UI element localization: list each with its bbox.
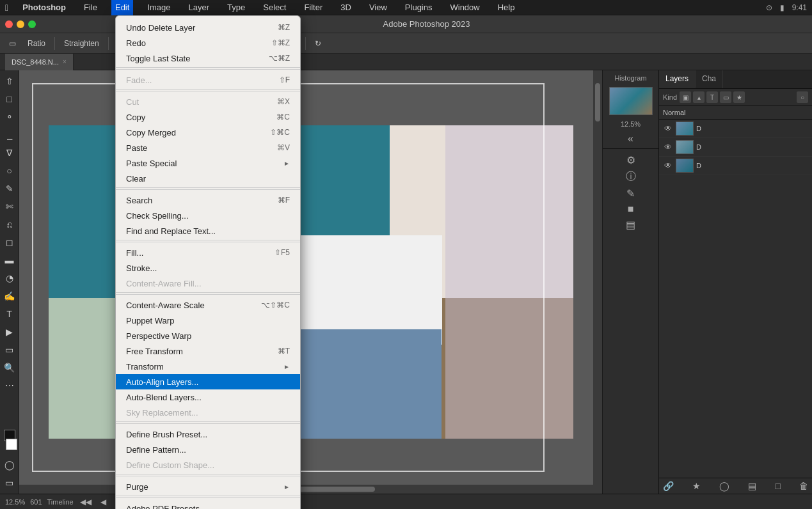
menu-define-brush[interactable]: Define Brush Preset... bbox=[116, 427, 300, 442]
menu-copy[interactable]: Copy ⌘C bbox=[116, 109, 300, 125]
eyedropper-tool[interactable]: ∇ bbox=[1, 145, 18, 161]
menu-stroke[interactable]: Stroke... bbox=[116, 260, 300, 276]
menu-free-transform[interactable]: Free Transform ⌘T bbox=[116, 343, 300, 359]
menu-clear[interactable]: Clear bbox=[116, 171, 300, 186]
pen-tool[interactable]: ✍ bbox=[1, 288, 18, 304]
eraser-tool[interactable]: ◻ bbox=[1, 234, 18, 251]
menu-toggle-state[interactable]: Toggle Last State ⌥⌘Z bbox=[116, 51, 300, 66]
menu-paste[interactable]: Paste ⌘V bbox=[116, 140, 300, 155]
layer-vis-2[interactable]: 👁 bbox=[663, 161, 673, 171]
brush-settings-icon[interactable]: ✎ bbox=[626, 187, 635, 200]
close-button[interactable] bbox=[5, 20, 13, 28]
filter-smart-btn[interactable]: ★ bbox=[733, 91, 745, 103]
gradient-tool[interactable]: ▬ bbox=[1, 252, 18, 269]
layer-vis-0[interactable]: 👁 bbox=[663, 123, 673, 134]
mask-btn[interactable]: ◯ bbox=[1, 457, 18, 473]
info-icon[interactable]: ⓘ bbox=[626, 170, 636, 184]
menu-puppet-warp[interactable]: Puppet Warp bbox=[116, 313, 300, 328]
menu-pdf-presets[interactable]: Adobe PDF Presets... bbox=[116, 501, 300, 509]
swatches-icon[interactable]: ■ bbox=[628, 203, 634, 215]
shape-tool[interactable]: ▭ bbox=[1, 341, 18, 358]
move-tool[interactable]: ⇧ bbox=[1, 73, 18, 90]
app-name[interactable]: Photoshop bbox=[19, 0, 70, 15]
layer-row-1[interactable]: 👁 D bbox=[659, 138, 812, 157]
menu-window[interactable]: Window bbox=[446, 0, 483, 15]
menu-find-replace[interactable]: Find and Replace Text... bbox=[116, 223, 300, 239]
menu-transform[interactable]: Transform ► bbox=[116, 359, 300, 374]
ratio-btn[interactable]: Ratio bbox=[24, 36, 49, 51]
apple-menu[interactable]:  bbox=[5, 3, 8, 13]
menu-auto-blend[interactable]: Auto-Blend Layers... bbox=[116, 389, 300, 405]
v-scrollbar-thumb[interactable] bbox=[595, 83, 600, 121]
timeline-back-btn[interactable]: ◀ bbox=[98, 497, 109, 506]
screen-mode-btn[interactable]: ▭ bbox=[1, 474, 18, 491]
add-style-btn[interactable]: ★ bbox=[692, 481, 701, 491]
lasso-tool[interactable]: ⚬ bbox=[1, 109, 18, 125]
collapse-panel-btn[interactable]: « bbox=[628, 133, 633, 145]
channels-tab[interactable]: Cha bbox=[696, 70, 723, 88]
menu-paste-special[interactable]: Paste Special ► bbox=[116, 155, 300, 171]
delete-layer-btn[interactable]: 🗑 bbox=[799, 481, 808, 491]
menu-undo[interactable]: Undo Delete Layer ⌘Z bbox=[116, 20, 300, 35]
history-brush[interactable]: ⎌ bbox=[1, 216, 18, 233]
layer-blend-mode[interactable]: Normal bbox=[659, 106, 812, 120]
menu-help[interactable]: Help bbox=[494, 0, 519, 15]
vertical-scrollbar[interactable] bbox=[593, 70, 602, 485]
text-tool[interactable]: T bbox=[1, 306, 18, 322]
menu-select[interactable]: Select bbox=[259, 0, 290, 15]
menu-plugins[interactable]: Plugins bbox=[401, 0, 436, 15]
filter-toggle-btn[interactable]: ○ bbox=[797, 91, 808, 103]
menu-perspective-warp[interactable]: Perspective Warp bbox=[116, 328, 300, 343]
menu-define-pattern[interactable]: Define Pattern... bbox=[116, 442, 300, 457]
layer-row-2[interactable]: 👁 D bbox=[659, 157, 812, 175]
menu-view[interactable]: View bbox=[365, 0, 391, 15]
edit-dropdown-menu[interactable]: Undo Delete Layer ⌘Z Redo ⇧⌘Z Toggle Las… bbox=[115, 15, 301, 509]
layers-tab[interactable]: Layers bbox=[659, 70, 696, 88]
menu-image[interactable]: Image bbox=[143, 0, 174, 15]
background-color[interactable] bbox=[6, 439, 17, 450]
menu-redo[interactable]: Redo ⇧⌘Z bbox=[116, 35, 300, 51]
path-selection-tool[interactable]: ▶ bbox=[1, 324, 18, 340]
menu-edit[interactable]: Edit bbox=[111, 0, 133, 15]
straighten-btn[interactable]: Straighten bbox=[60, 36, 103, 51]
filter-adj-btn[interactable]: ▴ bbox=[693, 91, 705, 103]
timeline-prev-btn[interactable]: ◀◀ bbox=[77, 497, 94, 506]
menu-layer[interactable]: Layer bbox=[185, 0, 214, 15]
doc-tab[interactable]: DSC_8448.N... × bbox=[5, 54, 74, 70]
patterns-icon[interactable]: ▤ bbox=[626, 219, 635, 231]
menu-type[interactable]: Type bbox=[223, 0, 249, 15]
new-layer-btn[interactable]: □ bbox=[775, 481, 780, 491]
crop-tool-btn[interactable]: ▭ bbox=[5, 36, 20, 51]
filter-shape-btn[interactable]: ▭ bbox=[720, 91, 731, 103]
menu-copy-merged[interactable]: Copy Merged ⇧⌘C bbox=[116, 125, 300, 140]
layer-row-0[interactable]: 👁 D bbox=[659, 120, 812, 138]
layer-vis-1[interactable]: 👁 bbox=[663, 142, 673, 152]
extra-tools[interactable]: ⋯ bbox=[1, 377, 18, 394]
menu-ca-scale[interactable]: Content-Aware Scale ⌥⇧⌘C bbox=[116, 297, 300, 313]
filter-type-btn[interactable]: T bbox=[706, 91, 718, 103]
clone-tool[interactable]: ✄ bbox=[1, 198, 18, 215]
menu-file[interactable]: File bbox=[80, 0, 101, 15]
healing-tool[interactable]: ○ bbox=[1, 162, 18, 179]
menu-check-spelling[interactable]: Check Spelling... bbox=[116, 208, 300, 223]
new-group-btn[interactable]: ▤ bbox=[748, 481, 756, 491]
brush-tool[interactable]: ✎ bbox=[1, 180, 18, 197]
tab-close-icon[interactable]: × bbox=[63, 58, 67, 65]
menu-search[interactable]: Search ⌘F bbox=[116, 192, 300, 208]
maximize-button[interactable] bbox=[28, 20, 36, 28]
selection-tool[interactable]: □ bbox=[1, 91, 18, 107]
link-layers-btn[interactable]: 🔗 bbox=[663, 481, 674, 491]
menu-purge[interactable]: Purge ► bbox=[116, 479, 300, 494]
minimize-button[interactable] bbox=[17, 20, 24, 28]
horizontal-scrollbar[interactable] bbox=[19, 485, 602, 494]
filter-pixel-btn[interactable]: ▣ bbox=[680, 91, 691, 103]
menu-filter[interactable]: Filter bbox=[300, 0, 326, 15]
zoom-tool[interactable]: 🔍 bbox=[1, 359, 18, 376]
menu-3d[interactable]: 3D bbox=[337, 0, 355, 15]
reset-btn[interactable]: ↻ bbox=[311, 36, 325, 51]
add-mask-btn[interactable]: ◯ bbox=[719, 481, 729, 491]
adjustments-icon[interactable]: ⚙ bbox=[626, 154, 635, 166]
crop-tool[interactable]: ⎯ bbox=[1, 127, 18, 143]
menu-auto-align[interactable]: Auto-Align Layers... bbox=[116, 374, 300, 389]
menu-fill[interactable]: Fill... ⇧F5 bbox=[116, 245, 300, 260]
